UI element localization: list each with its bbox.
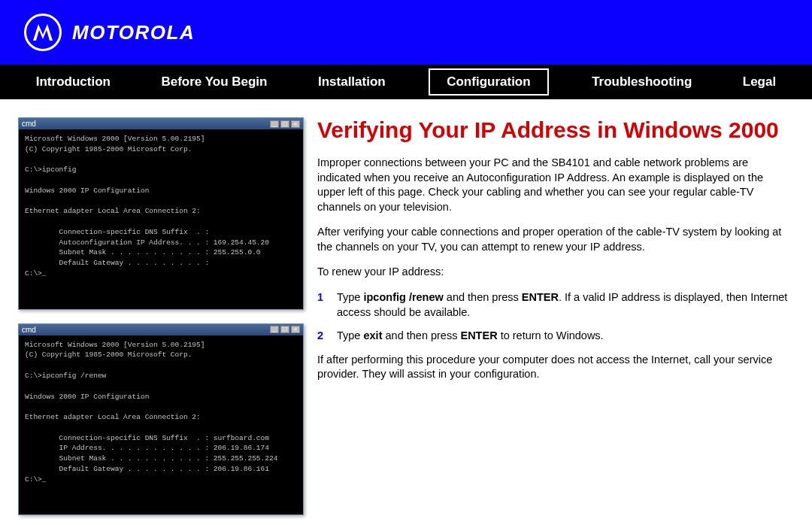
nav-before-you-begin[interactable]: Before You Begin	[153, 71, 274, 93]
paragraph-4: If after performing this procedure your …	[317, 353, 794, 382]
close-icon: ×	[291, 326, 300, 333]
nav-troubleshooting[interactable]: Troubleshooting	[584, 71, 699, 93]
navbar: Introduction Before You Begin Installati…	[0, 65, 812, 99]
close-icon: ×	[291, 120, 300, 128]
page-title: Verifying Your IP Address in Windows 200…	[317, 117, 794, 142]
nav-legal[interactable]: Legal	[735, 71, 783, 93]
paragraph-3: To renew your IP address:	[317, 265, 794, 280]
minimize-icon: _	[270, 326, 279, 333]
terminal-window-1: cmd _ □ × Microsoft Windows 2000 [Versio…	[18, 117, 304, 310]
step-number: 1	[317, 290, 326, 320]
nav-introduction[interactable]: Introduction	[29, 71, 118, 93]
terminal-title-text: cmd	[22, 326, 36, 334]
brand-logo: MOTOROLA	[24, 14, 195, 51]
screenshot-column: cmd _ □ × Microsoft Windows 2000 [Versio…	[18, 117, 304, 525]
step-number: 2	[317, 329, 326, 344]
content-area: cmd _ □ × Microsoft Windows 2000 [Versio…	[0, 99, 812, 525]
terminal-window-2: cmd _ □ × Microsoft Windows 2000 [Versio…	[18, 323, 304, 516]
terminal-titlebar: cmd _ □ ×	[19, 324, 303, 335]
step-text: Type ipconfig /renew and then press ENTE…	[337, 290, 794, 320]
article: Verifying Your IP Address in Windows 200…	[317, 117, 794, 525]
terminal-titlebar: cmd _ □ ×	[19, 118, 303, 129]
nav-installation[interactable]: Installation	[311, 71, 393, 93]
step-list: 1 Type ipconfig /renew and then press EN…	[317, 290, 794, 344]
minimize-icon: _	[270, 120, 279, 128]
paragraph-1: Improper connections between your PC and…	[317, 156, 794, 214]
terminal-title-text: cmd	[22, 120, 36, 128]
terminal-output: Microsoft Windows 2000 [Version 5.00.219…	[19, 129, 303, 309]
step-text: Type exit and then press ENTER to return…	[337, 329, 604, 344]
window-buttons: _ □ ×	[270, 326, 300, 333]
maximize-icon: □	[280, 120, 289, 128]
motorola-logo-icon	[24, 14, 62, 51]
brand-name: MOTOROLA	[72, 21, 195, 44]
step-2: 2 Type exit and then press ENTER to retu…	[317, 329, 794, 344]
step-1: 1 Type ipconfig /renew and then press EN…	[317, 290, 794, 320]
header: MOTOROLA	[0, 0, 812, 65]
maximize-icon: □	[280, 326, 289, 333]
terminal-output: Microsoft Windows 2000 [Version 5.00.219…	[19, 335, 303, 515]
nav-configuration[interactable]: Configuration	[429, 68, 548, 96]
paragraph-2: After verifying your cable connections a…	[317, 225, 794, 254]
window-buttons: _ □ ×	[270, 120, 300, 128]
